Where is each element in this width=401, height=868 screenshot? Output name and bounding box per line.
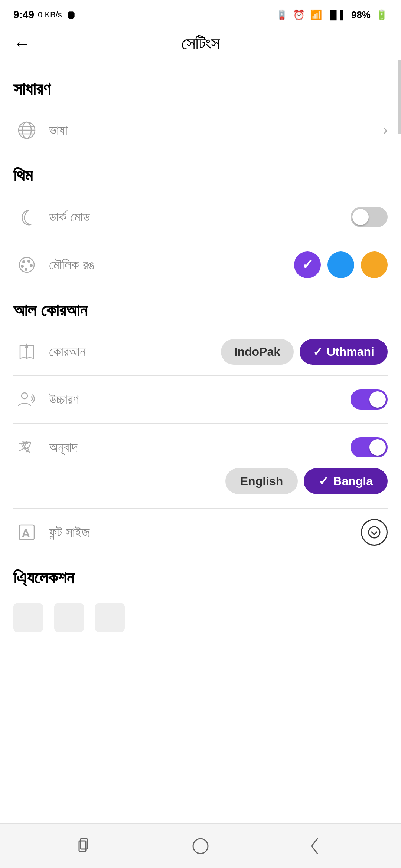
dark-mode-toggle[interactable] bbox=[351, 207, 388, 227]
application-section: এ্যিলেকশন bbox=[13, 568, 388, 640]
record-icon: ⏺ bbox=[66, 9, 76, 21]
svg-point-7 bbox=[27, 260, 30, 263]
language-row[interactable]: ভাষা › bbox=[13, 106, 388, 154]
globe-icon bbox=[13, 117, 40, 144]
bangla-check-icon: ✓ bbox=[319, 474, 329, 488]
svg-point-20 bbox=[369, 527, 380, 538]
dark-mode-row[interactable]: ডার্ক মোড bbox=[13, 193, 388, 241]
palette-icon bbox=[13, 251, 40, 278]
section-header-theme: থিম bbox=[13, 165, 388, 186]
back-button[interactable]: ← bbox=[13, 35, 30, 52]
svg-point-9 bbox=[21, 265, 24, 268]
status-bar: 9:49 0 KB/s ⏺ 🪫 ⏰ 📶 ▐▌▌ 98% 🔋 bbox=[0, 0, 401, 27]
language-label: ভাষা bbox=[49, 122, 383, 138]
pronunciation-row[interactable]: উচ্চারণ bbox=[13, 376, 388, 424]
color-blue[interactable] bbox=[327, 251, 354, 278]
person-sound-icon bbox=[13, 386, 40, 413]
battery-percent: 98% bbox=[351, 9, 371, 21]
primary-color-label: মৌলিক রঙ bbox=[49, 257, 294, 273]
home-button[interactable] bbox=[178, 831, 223, 861]
bottom-nav bbox=[0, 823, 401, 868]
pronunciation-toggle[interactable] bbox=[351, 389, 388, 410]
uthmani-check-icon: ✓ bbox=[313, 345, 322, 358]
indopak-button[interactable]: IndoPak bbox=[221, 339, 294, 365]
english-button[interactable]: English bbox=[225, 468, 298, 494]
recent-apps-button[interactable] bbox=[64, 831, 109, 861]
font-size-row[interactable]: A ফন্ট সাইজ bbox=[13, 509, 388, 556]
translation-row[interactable]: 文 A অনুবাদ English ✓ Bangla bbox=[13, 424, 388, 509]
dark-mode-label: ডার্ক মোড bbox=[49, 209, 351, 225]
wifi-icon: 📶 bbox=[310, 9, 322, 21]
font-size-label: ফন্ট সাইজ bbox=[49, 525, 361, 540]
dark-mode-control[interactable] bbox=[351, 207, 388, 227]
svg-point-13 bbox=[22, 393, 27, 399]
quran-book-icon bbox=[13, 338, 40, 365]
translation-toggle[interactable] bbox=[351, 437, 388, 457]
section-header-alquran: আল কোরআন bbox=[13, 300, 388, 320]
chevron-right-icon: › bbox=[383, 122, 388, 138]
scrollbar[interactable] bbox=[398, 60, 401, 134]
main-content: সাধারণ ভাষা › থিম ডার্ক মোড bbox=[0, 60, 401, 640]
translation-toggle-control[interactable] bbox=[351, 437, 388, 457]
quran-style-row[interactable]: কোরআন IndoPak ✓ Uthmani bbox=[13, 328, 388, 376]
translate-icon: 文 A bbox=[13, 434, 40, 461]
app-icon-2 bbox=[54, 603, 84, 632]
color-purple[interactable]: ✓ bbox=[294, 251, 321, 278]
pronunciation-label: উচ্চারণ bbox=[49, 392, 351, 407]
svg-point-6 bbox=[22, 260, 25, 263]
primary-color-row[interactable]: মৌলিক রঙ ✓ bbox=[13, 241, 388, 289]
battery-full-icon: 🔋 bbox=[376, 9, 388, 21]
top-nav: ← সেটিংস bbox=[0, 27, 401, 60]
font-size-dropdown[interactable] bbox=[361, 519, 388, 546]
svg-text:A: A bbox=[22, 527, 30, 540]
moon-icon bbox=[13, 204, 40, 230]
dark-mode-toggle-knob bbox=[352, 209, 369, 225]
status-right: 🪫 ⏰ 📶 ▐▌▌ 98% 🔋 bbox=[276, 9, 388, 21]
bangla-button[interactable]: ✓ Bangla bbox=[304, 468, 388, 494]
signal-icon: ▐▌▌ bbox=[327, 10, 346, 20]
svg-rect-23 bbox=[193, 839, 208, 854]
pronunciation-toggle-knob bbox=[369, 391, 386, 408]
svg-point-8 bbox=[30, 264, 33, 267]
translation-toggle-knob bbox=[369, 439, 386, 456]
data-speed: 0 KB/s bbox=[38, 10, 62, 20]
section-header-general: সাধারণ bbox=[13, 79, 388, 99]
pronunciation-control[interactable] bbox=[351, 389, 388, 410]
section-header-application: এ্যিলেকশন bbox=[13, 568, 388, 588]
battery-icon: 🪫 bbox=[276, 9, 288, 21]
font-a-icon: A bbox=[13, 519, 40, 546]
font-size-control[interactable] bbox=[361, 519, 388, 546]
alarm-icon: ⏰ bbox=[293, 9, 305, 21]
quran-label: কোরআন bbox=[49, 344, 221, 359]
color-control: ✓ bbox=[294, 251, 388, 278]
language-control: › bbox=[383, 122, 388, 138]
back-nav-button[interactable] bbox=[292, 831, 337, 861]
page-title: সেটিংস bbox=[181, 33, 220, 54]
color-orange[interactable] bbox=[361, 251, 388, 278]
svg-point-10 bbox=[25, 268, 27, 271]
translation-label: অনুবাদ bbox=[49, 440, 351, 455]
time-display: 9:49 bbox=[13, 9, 34, 21]
status-left: 9:49 0 KB/s ⏺ bbox=[13, 9, 76, 21]
uthmani-button[interactable]: ✓ Uthmani bbox=[300, 339, 388, 365]
app-icons-row bbox=[13, 595, 388, 640]
app-icon-1 bbox=[13, 603, 43, 632]
quran-style-control: IndoPak ✓ Uthmani bbox=[221, 339, 388, 365]
app-icon-3 bbox=[95, 603, 125, 632]
